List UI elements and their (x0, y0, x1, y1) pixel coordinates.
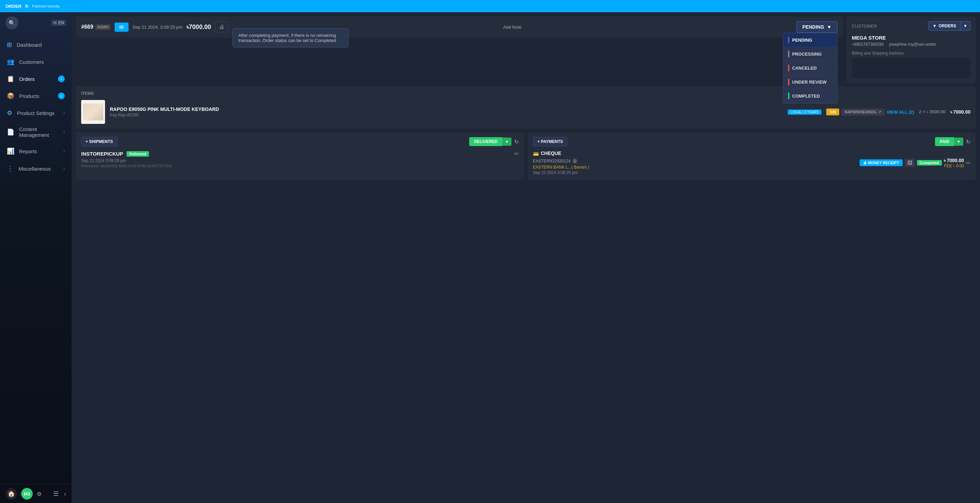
delivered-button[interactable]: DELIVERED (469, 137, 502, 146)
paid-caret[interactable]: ▼ (954, 137, 963, 146)
under-review-label: UNDER REVIEW (792, 80, 827, 85)
add-note-button[interactable]: Add Note (503, 25, 521, 30)
add-payment-button[interactable]: + PAYMENTS (533, 137, 567, 146)
orders-caret-button[interactable]: ▼ (961, 21, 970, 31)
payment-type: CHEQUE (541, 150, 561, 156)
payment-row: 💳 CHEQUE EASTERN22920124 i EASTERN BANK … (533, 150, 970, 175)
receipt-icon: 🖨 (863, 161, 867, 165)
item-image (81, 100, 105, 124)
shipments-refresh-button[interactable]: ↻ (514, 139, 519, 145)
item-sku: Key-Rap-81595 (110, 113, 783, 117)
paid-button[interactable]: PAID (935, 137, 954, 146)
sidebar-label-products: Products (19, 93, 53, 99)
admin-badge: ADMIN (95, 25, 110, 30)
settings-gear-icon[interactable]: ⚙ (37, 491, 41, 497)
filter-icon: ▼ (932, 24, 937, 28)
status-dropdown[interactable]: PENDING ▼ PENDING PROCESSING (797, 21, 837, 33)
payments-refresh-button[interactable]: ↻ (966, 139, 970, 145)
reports-icon: 📊 (7, 147, 14, 155)
sidebar: 🔍 বাং EN ⊞ Dashboard 👥 Customers 📋 Order… (0, 12, 72, 503)
payment-date: Sep 22 2024 4:08:25 pm (533, 170, 589, 175)
home-button[interactable]: 🏠 (5, 488, 17, 500)
chevron-right-icon-3: › (64, 149, 65, 153)
shipment-edit-button[interactable]: ✏ (514, 150, 519, 157)
payment-ref: EASTERN22920124 i (533, 159, 589, 163)
sidebar-item-product-settings[interactable]: ⚙ Product Settings › (0, 104, 72, 121)
bottom-panels: + SHIPMENTS DELIVERED ▼ ↻ INSTOREPICKUP … (76, 132, 976, 180)
billing-address (852, 57, 970, 78)
sidebar-bottom: 🏠 MS ⚙ ☰ ‹ (0, 484, 72, 503)
payment-edit-button[interactable]: ✏ (966, 160, 970, 166)
fetched-label: Fetched recently (32, 4, 60, 8)
item-total: ৳ 7000.00 (950, 109, 971, 115)
money-receipt-button[interactable]: 🖨 MONEY RECEIPT (860, 160, 903, 166)
product-settings-icon: ⚙ (7, 109, 12, 117)
info-icon: i (573, 159, 577, 163)
back-arrow-button[interactable]: ‹ (64, 490, 66, 498)
language-switcher[interactable]: বাং EN (51, 20, 66, 26)
sidebar-label-product-settings: Product Settings (17, 110, 59, 116)
chevron-down-icon: ▼ (827, 24, 832, 30)
sidebar-label-customers: Customers (19, 59, 65, 65)
menu-toggle-button[interactable]: ☰ (52, 490, 60, 498)
status-option-canceled[interactable]: CANCELED (783, 61, 837, 75)
items-section: ITEMS RAPOO E9050G PINK MULTI-MODE KEYBO… (76, 86, 976, 129)
pending-dot (788, 37, 789, 43)
shipments-panel: + SHIPMENTS DELIVERED ▼ ↻ INSTOREPICKUP … (76, 132, 524, 180)
status-option-pending[interactable]: PENDING (783, 33, 837, 47)
orders-main-button[interactable]: ▼ ORDERS (928, 21, 961, 31)
sidebar-top: 🔍 বাং EN (0, 12, 72, 34)
pending-label: PENDING (792, 38, 812, 43)
item-tag: LOCAL | 2 YEARS (788, 110, 821, 115)
sidebar-item-orders[interactable]: 📋 Orders + (0, 70, 72, 87)
top-bar: ORDER ↻ Fetched recently (0, 0, 980, 12)
ref-button[interactable]: RAP00505E9050G ↗ (841, 109, 885, 116)
payments-header: + PAYMENTS PAID ▼ ↻ (533, 137, 970, 146)
customer-header: Customer ▼ ORDERS ▼ (852, 21, 970, 31)
dashboard-icon: ⊞ (7, 41, 12, 48)
sidebar-item-content-management[interactable]: 📄 Content Management › (0, 121, 72, 143)
print-button[interactable]: 🖨 (215, 21, 228, 32)
chevron-right-icon-2: › (64, 130, 65, 134)
sidebar-label-content-management: Content Management (19, 126, 59, 138)
order-label: ORDER (5, 4, 21, 9)
orders-button-group: ▼ ORDERS ▼ (928, 21, 970, 31)
external-link-icon: ↗ (878, 110, 881, 114)
status-option-completed[interactable]: COMPLETED (783, 89, 837, 103)
status-dropdown-button[interactable]: PENDING ▼ (797, 21, 837, 33)
payment-image-button[interactable]: 🖼 (905, 159, 915, 167)
status-menu: PENDING PROCESSING CANCELED UNDER R (783, 33, 837, 104)
view-all-button[interactable]: VIEW ALL (2) (886, 110, 914, 115)
orders-badge: + (58, 75, 65, 82)
user-avatar[interactable]: MS (21, 488, 33, 500)
search-button[interactable]: 🔍 (5, 16, 18, 29)
sn-button[interactable]: S/N (826, 109, 839, 115)
customers-icon: 👥 (7, 58, 14, 65)
item-actions: S/N RAP00505E9050G ↗ VIEW ALL (2) (826, 109, 914, 116)
status-option-under-review[interactable]: UNDER REVIEW (783, 75, 837, 89)
sidebar-item-products[interactable]: 📦 Products + (0, 87, 72, 104)
sidebar-item-customers[interactable]: 👥 Customers (0, 53, 72, 70)
canceled-dot (788, 64, 789, 71)
orders-icon: 📋 (7, 75, 14, 83)
canceled-label: CANCELED (792, 65, 817, 71)
status-selected-label: PENDING (802, 24, 824, 30)
sidebar-item-reports[interactable]: 📊 Reports › (0, 143, 72, 160)
customer-panel: Customer ▼ ORDERS ▼ MEGA STORE +88017673… (846, 16, 976, 83)
order-date: Sep 21 2024, 3:09:29 pm (133, 25, 183, 30)
add-shipment-button[interactable]: + SHIPMENTS (81, 137, 117, 146)
delivered-caret[interactable]: ▼ (502, 137, 511, 146)
refresh-icon[interactable]: ↻ (25, 4, 29, 9)
shipment-method: INSTOREPICKUP (81, 151, 123, 156)
sidebar-label-orders: Orders (19, 76, 53, 82)
sidebar-item-dashboard[interactable]: ⊞ Dashboard (0, 36, 72, 53)
id-button[interactable]: ID (115, 22, 129, 32)
customer-email: josephine.roy@xen.works (889, 42, 936, 47)
sidebar-label-dashboard: Dashboard (17, 42, 65, 48)
payment-type-icon: 💳 (533, 151, 539, 156)
sidebar-item-miscellaneous[interactable]: ⋮ Miscellaneous › (0, 160, 72, 177)
status-option-processing[interactable]: PROCESSING (783, 47, 837, 61)
customer-name: MEGA STORE (852, 35, 970, 41)
order-header-card: #669 ADMIN ID Sep 21 2024, 3:09:29 pm ৳7… (76, 16, 843, 38)
item-info: RAPOO E9050G PINK MULTI-MODE KEYBOARD Ke… (110, 107, 783, 117)
